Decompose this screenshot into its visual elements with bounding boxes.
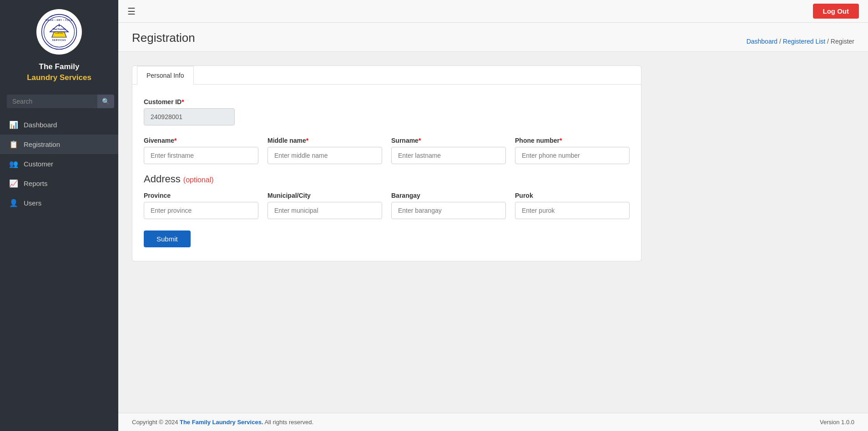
sidebar-item-label-customer: Customer — [24, 160, 53, 168]
svg-text:Laundry: Laundry — [55, 32, 63, 34]
purok-col: Purok — [515, 192, 630, 219]
content-area: Personal Info Customer ID* — [118, 52, 868, 413]
form-body: Customer ID* Givename* — [132, 85, 641, 261]
surname-col: Surname* — [391, 137, 506, 164]
sidebar-item-dashboard[interactable]: 📊 Dashboard — [0, 115, 118, 135]
svg-text:WASH • DRY • FOLD: WASH • DRY • FOLD — [45, 19, 73, 21]
middlename-input[interactable] — [267, 147, 382, 164]
footer-brand-link[interactable]: The Family Laundry Services. — [180, 419, 263, 426]
phone-col: Phone number* — [515, 137, 630, 164]
brand-name: Laundry Services — [27, 72, 91, 83]
form-tabs: Personal Info — [132, 66, 641, 85]
middlename-col: Middle name* — [267, 137, 382, 164]
phone-input[interactable] — [515, 147, 630, 164]
breadcrumb-sep2: / — [827, 38, 831, 45]
municipal-input[interactable] — [267, 202, 382, 219]
sidebar-item-label-dashboard: Dashboard — [24, 121, 57, 129]
customer-icon: 👥 — [9, 160, 18, 168]
logo-svg: WASH • DRY • FOLD SERVICES The Family La… — [41, 14, 77, 50]
search-input[interactable] — [7, 95, 97, 108]
sidebar: WASH • DRY • FOLD SERVICES The Family La… — [0, 0, 118, 431]
sidebar-brand-area: WASH • DRY • FOLD SERVICES The Family La… — [0, 0, 118, 90]
purok-input[interactable] — [515, 202, 630, 219]
barangay-col: Barangay — [391, 192, 506, 219]
hamburger-button[interactable]: ☰ — [127, 6, 136, 17]
logout-button[interactable]: Log Out — [813, 4, 859, 19]
breadcrumb-current: Register — [831, 38, 854, 45]
municipal-label: Municipal/City — [267, 192, 382, 199]
sidebar-brand-text: The Family Laundry Services — [27, 61, 91, 83]
tab-personal-info[interactable]: Personal Info — [137, 66, 194, 85]
sidebar-item-label-users: Users — [24, 199, 41, 207]
submit-button[interactable]: Submit — [144, 231, 191, 247]
middlename-label: Middle name* — [267, 137, 382, 144]
sidebar-nav: 📊 Dashboard 📋 Registration 👥 Customer 📈 … — [0, 115, 118, 213]
top-header: ☰ Log Out — [118, 0, 868, 23]
svg-text:The Family: The Family — [52, 28, 66, 30]
province-input[interactable] — [144, 202, 258, 219]
search-button[interactable]: 🔍 — [97, 95, 114, 108]
dashboard-icon: 📊 — [9, 120, 18, 129]
surname-input[interactable] — [391, 147, 506, 164]
breadcrumb-registered-list[interactable]: Registered List — [783, 38, 825, 45]
sidebar-item-registration[interactable]: 📋 Registration — [0, 135, 118, 154]
sidebar-item-reports[interactable]: 📈 Reports — [0, 174, 118, 193]
customer-id-label: Customer ID* — [144, 98, 630, 105]
registration-icon: 📋 — [9, 140, 18, 149]
submit-area: Submit — [144, 228, 630, 247]
municipal-col: Municipal/City — [267, 192, 382, 219]
brand-the: The Family — [39, 62, 80, 71]
phone-label: Phone number* — [515, 137, 630, 144]
required-star-give: * — [174, 137, 177, 144]
address-section-title: Address (optional) — [144, 173, 630, 185]
sidebar-item-label-reports: Reports — [24, 180, 48, 187]
reports-icon: 📈 — [9, 179, 18, 188]
address-row: Province Municipal/City Barangay Pu — [144, 192, 630, 219]
barangay-label: Barangay — [391, 192, 506, 199]
purok-label: Purok — [515, 192, 630, 199]
givename-col: Givename* — [144, 137, 258, 164]
form-card: Personal Info Customer ID* — [132, 65, 641, 261]
customer-id-group: Customer ID* — [144, 98, 630, 125]
page-title-area: Registration Dashboard / Registered List… — [118, 23, 868, 52]
customer-id-input — [144, 108, 235, 125]
footer-rights: All rights reserved. — [264, 419, 313, 426]
sidebar-item-users[interactable]: 👤 Users — [0, 193, 118, 213]
province-label: Province — [144, 192, 258, 199]
breadcrumb-dashboard[interactable]: Dashboard — [747, 38, 778, 45]
breadcrumb-sep1: / — [779, 38, 783, 45]
page-title: Registration — [132, 31, 195, 45]
barangay-input[interactable] — [391, 202, 506, 219]
required-star-id: * — [182, 98, 184, 105]
required-star-surname: * — [419, 137, 421, 144]
required-star-middle: * — [306, 137, 308, 144]
footer: Copyright © 2024 The Family Laundry Serv… — [118, 413, 868, 431]
svg-text:SERVICES: SERVICES — [52, 39, 66, 41]
surname-label: Surname* — [391, 137, 506, 144]
sidebar-logo: WASH • DRY • FOLD SERVICES The Family La… — [36, 9, 82, 55]
name-row: Givename* Middle name* Sur — [144, 137, 630, 164]
givename-input[interactable] — [144, 147, 258, 164]
breadcrumb: Dashboard / Registered List / Register — [747, 38, 854, 45]
main-content: ☰ Log Out Registration Dashboard / Regis… — [118, 0, 868, 431]
search-area: 🔍 — [0, 90, 118, 113]
givename-label: Givename* — [144, 137, 258, 144]
footer-left: Copyright © 2024 The Family Laundry Serv… — [132, 419, 313, 426]
footer-copyright: Copyright © 2024 — [132, 419, 178, 426]
required-star-phone: * — [560, 137, 562, 144]
footer-version: Version 1.0.0 — [820, 419, 854, 426]
address-optional: (optional) — [183, 176, 214, 184]
sidebar-item-customer[interactable]: 👥 Customer — [0, 154, 118, 174]
sidebar-item-label-registration: Registration — [24, 140, 60, 148]
province-col: Province — [144, 192, 258, 219]
users-icon: 👤 — [9, 199, 18, 207]
